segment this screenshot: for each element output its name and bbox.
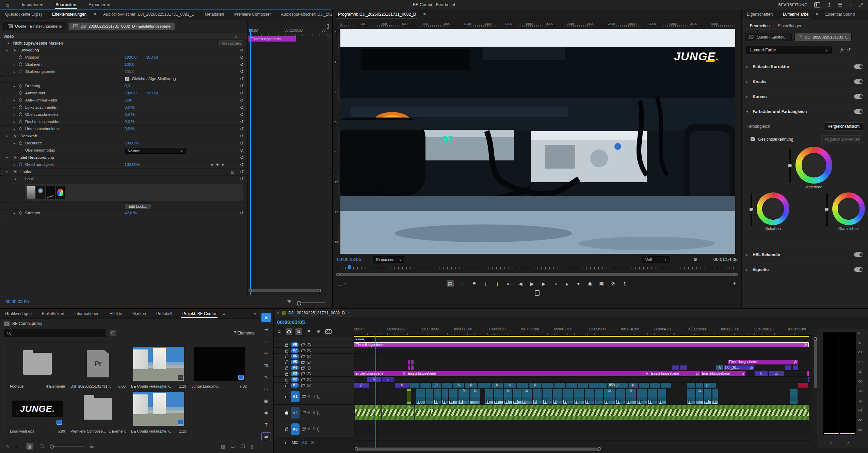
program-video-frame[interactable]: BE- JUNGE. bbox=[340, 29, 735, 254]
timeline-clip[interactable]: 3 bbox=[553, 389, 562, 404]
timeline-clip[interactable]: 3 bbox=[712, 389, 718, 404]
reset-icon[interactable]: ↺ bbox=[240, 76, 244, 81]
track-visibility-icon[interactable] bbox=[307, 343, 311, 346]
value[interactable]: 1080,0 bbox=[146, 55, 158, 59]
timeline-clip[interactable]: fx bbox=[704, 383, 711, 388]
timeline-clip[interactable] bbox=[589, 383, 598, 388]
project-item-logo-wei-eps[interactable]: JUNGE.Logo weiß.eps5:00 bbox=[7, 392, 68, 433]
chevron-down-icon[interactable]: ▾ bbox=[6, 135, 8, 138]
track-badge-v8[interactable]: V8 bbox=[291, 342, 299, 347]
timeline-clip[interactable] bbox=[411, 360, 414, 364]
timeline-clip[interactable]: fx bbox=[419, 405, 430, 420]
timeline-playhead[interactable] bbox=[375, 335, 376, 448]
hand-tool[interactable]: ✱ bbox=[261, 408, 271, 417]
timeline-clip[interactable]: fx bbox=[755, 371, 768, 376]
lock-icon[interactable] bbox=[285, 356, 288, 358]
stopwatch-icon[interactable] bbox=[19, 99, 22, 102]
reset-icon[interactable]: ↺ bbox=[240, 155, 244, 160]
list-view-icon[interactable]: ≔ bbox=[15, 444, 20, 449]
track-content-a1[interactable]: 33333fxfx333fx33fx3333333fx33fx3333fx33 bbox=[354, 388, 812, 404]
comparison-view-icon[interactable] bbox=[535, 290, 540, 296]
tab-protokoll[interactable]: Protokoll bbox=[151, 309, 177, 319]
lift-settings-icon[interactable]: ◌ bbox=[460, 281, 465, 286]
timeline-clip-einstellungsebene[interactable]: Einstellungsebenefx bbox=[701, 371, 745, 376]
timeline-clip[interactable] bbox=[650, 383, 660, 388]
section-farbraeder[interactable]: ▾Farbräder und Farbabgleich bbox=[742, 104, 868, 119]
new-bin-icon[interactable]: ▱ bbox=[231, 444, 235, 449]
tab-grafikvorlagen[interactable]: Grafikvorlagen bbox=[0, 309, 37, 319]
resolution-dropdown[interactable]: Voll∨ bbox=[642, 256, 670, 263]
timeline-clip-einstellungsebene[interactable]: Einstellungsebenefx bbox=[354, 371, 407, 376]
stopwatch-icon[interactable] bbox=[19, 84, 22, 88]
track-visibility-icon[interactable] bbox=[307, 361, 311, 364]
timeline-clip[interactable]: 3fx bbox=[459, 389, 469, 404]
timeline-clip-einstellungsebene[interactable]: Einstellungsebenefx bbox=[728, 360, 798, 364]
reset-icon[interactable]: ↺ bbox=[240, 176, 244, 182]
timeline-clip[interactable] bbox=[566, 383, 577, 388]
stopwatch-icon[interactable] bbox=[19, 70, 22, 73]
add-button[interactable]: + bbox=[733, 280, 736, 287]
lock-icon[interactable] bbox=[285, 350, 288, 353]
search-input[interactable] bbox=[12, 331, 94, 336]
mini-playhead[interactable] bbox=[250, 29, 251, 295]
sequence-tab[interactable]: DJI_20260225131731_0082_D bbox=[288, 311, 345, 315]
tab-bibliotheken[interactable]: Bibliotheken bbox=[37, 309, 69, 319]
timeline-clip[interactable]: fx bbox=[504, 383, 516, 388]
timeline-clip-einstellungsebene[interactable]: Einstellungsebenefx bbox=[354, 342, 809, 347]
timeline-clip[interactable]: ♪fx bbox=[382, 405, 414, 420]
chevron-right-icon[interactable]: ▸ bbox=[14, 163, 15, 167]
timeline-clip[interactable]: fx bbox=[769, 371, 785, 376]
timeline-clip[interactable]: 3 bbox=[434, 389, 441, 404]
timeline-clip[interactable] bbox=[517, 383, 529, 388]
reset-icon[interactable]: ↺ bbox=[240, 98, 244, 103]
timeline-clip[interactable] bbox=[672, 365, 678, 370]
track-content-v7[interactable] bbox=[354, 348, 812, 353]
tab-metadaten[interactable]: Metadaten bbox=[199, 10, 229, 19]
track-content-v4[interactable]: fxDJI_20...fx bbox=[354, 365, 812, 371]
lock-icon[interactable] bbox=[285, 385, 288, 387]
menu-importieren[interactable]: Importieren bbox=[16, 0, 49, 10]
timeline-clip[interactable]: fx bbox=[529, 383, 541, 388]
reset-icon[interactable]: ↺ bbox=[240, 126, 244, 131]
panel-menu-icon[interactable]: ≡ bbox=[814, 12, 820, 17]
track-badge-v7[interactable]: V7 bbox=[291, 348, 299, 353]
mark-out-icon[interactable]: } bbox=[495, 281, 500, 286]
shadows-wheel[interactable] bbox=[757, 192, 789, 225]
snapshot-icon[interactable]: ◉ bbox=[587, 281, 593, 286]
wrench-icon[interactable]: ⚙ bbox=[315, 328, 322, 335]
track-select-forward-tool[interactable]: ⇥ bbox=[261, 325, 271, 334]
timeline-clip[interactable]: 3 bbox=[637, 389, 647, 404]
value[interactable]: 100,0 % bbox=[125, 141, 139, 145]
fx-badge-icon[interactable]: fx bbox=[14, 48, 17, 53]
no-drop-icon[interactable]: ⊘ bbox=[610, 281, 616, 286]
chevron-right-icon[interactable]: ▸ bbox=[14, 84, 15, 88]
timeline-clip[interactable]: 3 bbox=[449, 389, 457, 404]
timeline-clip[interactable] bbox=[798, 383, 808, 388]
item-name[interactable]: BE Combi verknüpfte K... bbox=[131, 384, 171, 388]
clear-all-masks-button[interactable]: Alle löschen bbox=[219, 41, 243, 46]
effects-timecode[interactable]: 00:00:03:05 bbox=[5, 299, 29, 304]
timeline-vscrollbar[interactable] bbox=[814, 338, 817, 388]
reset-icon[interactable]: ↺ bbox=[240, 55, 244, 60]
sync-lock-icon[interactable] bbox=[302, 412, 305, 414]
go-to-out-icon[interactable]: ⇥ bbox=[552, 281, 558, 286]
timeline-clip[interactable]: 3 bbox=[687, 389, 695, 404]
stopwatch-icon[interactable] bbox=[19, 63, 22, 66]
solo-button[interactable]: S bbox=[312, 394, 315, 398]
chevron-right-icon[interactable]: ▸ bbox=[14, 113, 15, 116]
tab-effekte[interactable]: Effekte bbox=[105, 309, 127, 319]
program-tab[interactable]: Programm: DJI_20260225131731_0082_D bbox=[333, 10, 421, 19]
track-visibility-icon[interactable] bbox=[307, 378, 311, 381]
chevron-right-icon[interactable]: ▸ bbox=[14, 127, 15, 131]
program-playhead[interactable] bbox=[348, 265, 351, 269]
value[interactable]: 100,0 bbox=[125, 69, 134, 74]
sync-lock-icon[interactable] bbox=[301, 356, 304, 358]
type-tool[interactable]: T bbox=[261, 420, 271, 429]
bowtie-icon[interactable]: ⋈ bbox=[310, 440, 315, 445]
timeline-clip-859[interactable]: 859...fx bbox=[608, 383, 628, 388]
timeline-clip[interactable] bbox=[420, 383, 431, 388]
edit-look-button[interactable]: Edit Look... bbox=[125, 203, 151, 209]
track-header-v8[interactable]: V8 bbox=[274, 342, 354, 347]
program-scrub-bar[interactable] bbox=[337, 266, 737, 270]
value[interactable]: 1920,0 bbox=[125, 91, 136, 95]
